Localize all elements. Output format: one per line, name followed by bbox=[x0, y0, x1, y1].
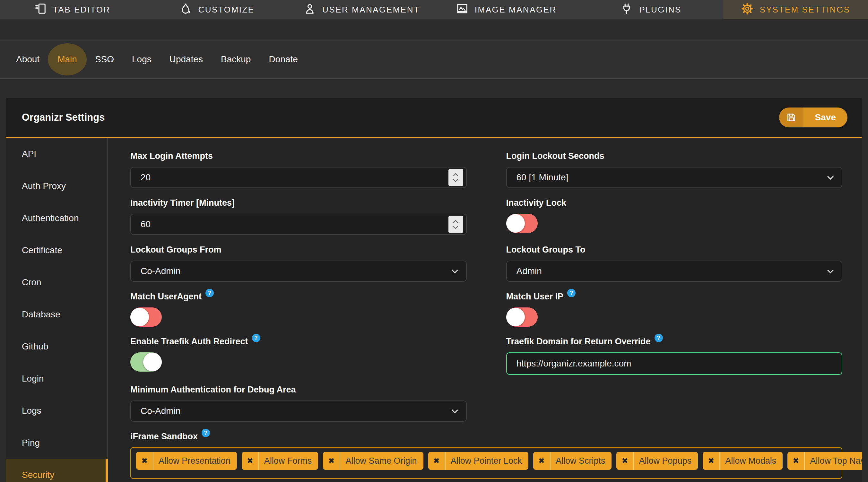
remove-tag-icon[interactable]: ✖ bbox=[621, 452, 634, 470]
toggle-knob bbox=[506, 214, 525, 233]
lockout-groups-from-select[interactable]: Co-Admin bbox=[130, 261, 467, 282]
chevron-down-icon bbox=[827, 267, 834, 274]
topnav-item-customize[interactable]: CUSTOMIZE bbox=[145, 0, 289, 19]
sidebar-item-ping[interactable]: Ping bbox=[6, 427, 107, 459]
help-icon[interactable]: ? bbox=[252, 334, 260, 342]
lockout-groups-to-select[interactable]: Admin bbox=[506, 261, 843, 282]
sidebar-item-cron[interactable]: Cron bbox=[6, 266, 107, 298]
sandbox-tag-allow-presentation[interactable]: ✖Allow Presentation bbox=[136, 452, 237, 470]
topnav-label: CUSTOMIZE bbox=[198, 5, 254, 15]
subnav-item-donate[interactable]: Donate bbox=[260, 54, 307, 64]
organizr-settings-panel: Organizr Settings Save API Auth Proxy Au… bbox=[6, 98, 862, 482]
inactivity-timer-input[interactable] bbox=[130, 214, 467, 235]
min-auth-debug-select[interactable]: Co-Admin bbox=[130, 400, 467, 422]
settings-subnav: About Main SSO Logs Updates Backup Donat… bbox=[0, 40, 868, 78]
enable-traefik-auth-redirect-group: Enable Traefik Auth Redirect? bbox=[130, 336, 467, 375]
inactivity-timer-field[interactable] bbox=[141, 219, 457, 229]
traefik-domain-field[interactable] bbox=[517, 358, 832, 369]
help-icon[interactable]: ? bbox=[654, 334, 663, 342]
help-icon[interactable]: ? bbox=[202, 429, 210, 437]
number-spinner[interactable] bbox=[448, 216, 463, 233]
remove-tag-icon[interactable]: ✖ bbox=[141, 452, 153, 470]
field-label: Traefik Domain for Return Override? bbox=[506, 336, 843, 347]
sandbox-tag-allow-popups[interactable]: ✖Allow Popups bbox=[616, 452, 698, 470]
inactivity-lock-toggle[interactable] bbox=[506, 214, 538, 233]
sandbox-tag-allow-pointer-lock[interactable]: ✖Allow Pointer Lock bbox=[428, 452, 528, 470]
sidebar-item-authentication[interactable]: Authentication bbox=[6, 202, 107, 234]
settings-panel-body: API Auth Proxy Authentication Certificat… bbox=[6, 138, 862, 481]
match-user-ip-toggle[interactable] bbox=[506, 308, 538, 327]
select-value: Co-Admin bbox=[141, 406, 180, 416]
subnav-item-main[interactable]: Main bbox=[48, 43, 87, 75]
sidebar-item-login[interactable]: Login bbox=[6, 363, 107, 395]
subnav-item-sso[interactable]: SSO bbox=[86, 54, 123, 64]
topnav-item-image-manager[interactable]: IMAGE MANAGER bbox=[434, 0, 579, 19]
save-icon bbox=[779, 107, 804, 127]
login-lockout-seconds-group: Login Lockout Seconds 60 [1 Minute] bbox=[506, 151, 843, 188]
field-label: Inactivity Timer [Minutes] bbox=[130, 198, 467, 208]
field-label: Login Lockout Seconds bbox=[506, 151, 843, 161]
spinner-down-icon[interactable] bbox=[453, 224, 458, 229]
remove-tag-icon[interactable]: ✖ bbox=[708, 452, 720, 470]
topnav-label: TAB EDITOR bbox=[53, 5, 111, 15]
tag-label: Allow Presentation bbox=[159, 456, 230, 466]
number-spinner[interactable] bbox=[448, 169, 463, 186]
user-management-icon bbox=[304, 3, 316, 17]
remove-tag-icon[interactable]: ✖ bbox=[247, 452, 259, 470]
login-lockout-seconds-select[interactable]: 60 [1 Minute] bbox=[506, 167, 843, 188]
tag-label: Allow Forms bbox=[264, 456, 312, 466]
remove-tag-icon[interactable]: ✖ bbox=[793, 452, 805, 470]
enable-traefik-auth-redirect-toggle[interactable] bbox=[130, 352, 162, 372]
topnav-item-system-settings[interactable]: SYSTEM SETTINGS bbox=[723, 0, 868, 19]
chevron-down-icon bbox=[452, 267, 458, 274]
field-label: Lockout Groups From bbox=[130, 245, 467, 255]
lockout-groups-to-group: Lockout Groups To Admin bbox=[506, 245, 843, 282]
subnav-item-backup[interactable]: Backup bbox=[212, 54, 260, 64]
max-login-attempts-group: Max Login Attempts bbox=[130, 151, 467, 188]
image-manager-icon bbox=[456, 3, 468, 17]
sidebar-item-security[interactable]: Security bbox=[6, 459, 108, 482]
remove-tag-icon[interactable]: ✖ bbox=[538, 452, 551, 470]
sidebar-item-api[interactable]: API bbox=[6, 138, 107, 170]
sandbox-tag-allow-modals[interactable]: ✖Allow Modals bbox=[703, 452, 783, 470]
iframe-sandbox-tags[interactable]: ✖Allow Presentation ✖Allow Forms ✖Allow … bbox=[130, 447, 842, 479]
subnav-item-updates[interactable]: Updates bbox=[160, 54, 212, 64]
toggle-knob bbox=[130, 308, 149, 326]
match-useragent-toggle[interactable] bbox=[130, 308, 162, 327]
remove-tag-icon[interactable]: ✖ bbox=[433, 452, 445, 470]
tag-label: Allow Scripts bbox=[556, 456, 606, 466]
sidebar-item-auth-proxy[interactable]: Auth Proxy bbox=[6, 170, 107, 202]
sandbox-tag-allow-top-navigation[interactable]: ✖Allow Top Navigation bbox=[787, 452, 862, 470]
select-value: Co-Admin bbox=[141, 266, 180, 276]
toggle-knob bbox=[143, 353, 162, 371]
topnav-item-user-management[interactable]: USER MANAGEMENT bbox=[289, 0, 434, 19]
sandbox-tag-allow-scripts[interactable]: ✖Allow Scripts bbox=[533, 452, 612, 470]
remove-tag-icon[interactable]: ✖ bbox=[328, 452, 340, 470]
match-user-ip-group: Match User IP? bbox=[506, 291, 843, 327]
help-icon[interactable]: ? bbox=[206, 289, 214, 297]
subnav-item-about[interactable]: About bbox=[7, 54, 49, 64]
max-login-attempts-field[interactable] bbox=[141, 172, 457, 183]
inactivity-timer-group: Inactivity Timer [Minutes] bbox=[130, 198, 467, 235]
settings-sidebar: API Auth Proxy Authentication Certificat… bbox=[6, 138, 108, 481]
traefik-domain-input[interactable] bbox=[506, 352, 843, 375]
sidebar-item-certificate[interactable]: Certificate bbox=[6, 234, 107, 266]
topnav-item-plugins[interactable]: PLUGINS bbox=[579, 0, 723, 19]
sandbox-tag-allow-same-origin[interactable]: ✖Allow Same Origin bbox=[323, 452, 423, 470]
security-settings-form: Max Login Attempts Login Lockout Seconds… bbox=[108, 138, 862, 481]
help-icon[interactable]: ? bbox=[567, 289, 576, 297]
max-login-attempts-input[interactable] bbox=[130, 167, 467, 188]
field-label: iFrame Sandbox? bbox=[130, 431, 842, 442]
tag-label: Allow Top Navigation bbox=[810, 456, 862, 466]
topnav-label: USER MANAGEMENT bbox=[322, 5, 420, 15]
sidebar-item-logs[interactable]: Logs bbox=[6, 395, 107, 427]
sandbox-tag-allow-forms[interactable]: ✖Allow Forms bbox=[242, 452, 318, 470]
sidebar-item-database[interactable]: Database bbox=[6, 298, 107, 330]
topnav-item-tab-editor[interactable]: TAB EDITOR bbox=[0, 0, 145, 19]
spinner-down-icon[interactable] bbox=[453, 177, 458, 182]
topnav-label: SYSTEM SETTINGS bbox=[760, 5, 850, 15]
field-label: Minimum Authentication for Debug Area bbox=[130, 384, 467, 395]
subnav-item-logs[interactable]: Logs bbox=[123, 54, 160, 64]
save-button[interactable]: Save bbox=[779, 107, 847, 127]
sidebar-item-github[interactable]: Github bbox=[6, 330, 107, 363]
